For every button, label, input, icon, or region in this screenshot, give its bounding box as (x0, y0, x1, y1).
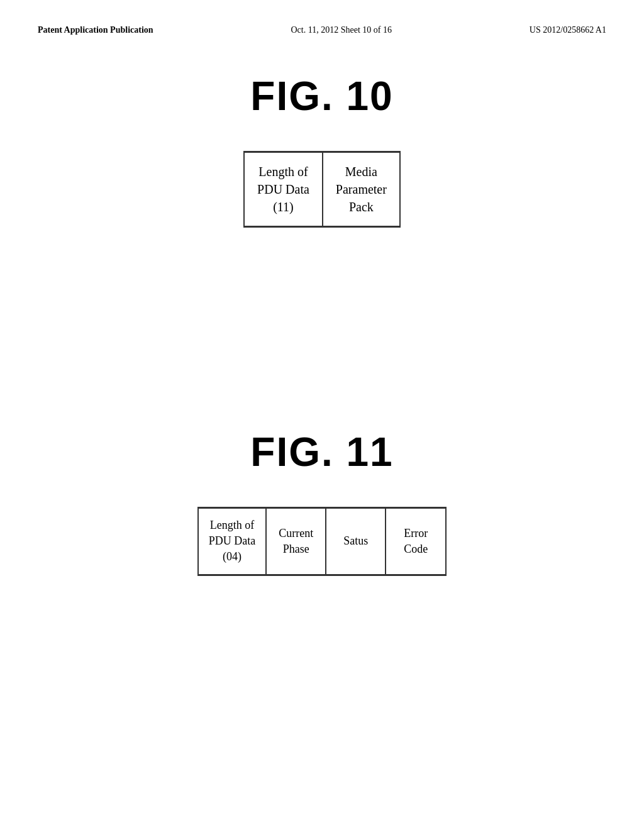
fig10-title: FIG. 10 (250, 73, 393, 119)
fig10-cell-media-text: MediaParameterPack (336, 163, 387, 216)
fig11-cell-status: Satus (326, 508, 386, 575)
fig11-cell-status-text: Satus (343, 533, 368, 549)
publication-date: Oct. 11, 2012 Sheet 10 of 16 (291, 25, 391, 35)
spacer (38, 278, 606, 404)
fig11-cell-length-text: Length ofPDU Data(04) (209, 517, 256, 565)
publication-label: Patent Application Publication (38, 25, 153, 35)
fig10-cell-length: Length ofPDU Data(11) (245, 152, 323, 226)
fig11-section: FIG. 11 Length ofPDU Data(04) CurrentPha… (38, 429, 606, 576)
fig11-cell-phase: CurrentPhase (266, 508, 326, 575)
fig11-title: FIG. 11 (250, 429, 393, 475)
fig11-table: Length ofPDU Data(04) CurrentPhase Satus… (197, 507, 447, 576)
fig10-table: Length ofPDU Data(11) MediaParameterPack (243, 151, 401, 228)
fig10-cell-length-text: Length ofPDU Data(11) (257, 163, 309, 216)
publication-number: US 2012/0258662 A1 (530, 25, 606, 35)
page-header: Patent Application Publication Oct. 11, … (38, 25, 606, 35)
fig11-cell-error: ErrorCode (386, 508, 445, 575)
page-container: Patent Application Publication Oct. 11, … (0, 0, 644, 830)
fig11-cell-length: Length ofPDU Data(04) (199, 508, 267, 575)
fig10-section: FIG. 10 Length ofPDU Data(11) MediaParam… (38, 73, 606, 228)
fig11-cell-error-text: ErrorCode (404, 526, 428, 557)
fig10-cell-media: MediaParameterPack (323, 152, 399, 226)
fig11-cell-phase-text: CurrentPhase (279, 526, 313, 557)
